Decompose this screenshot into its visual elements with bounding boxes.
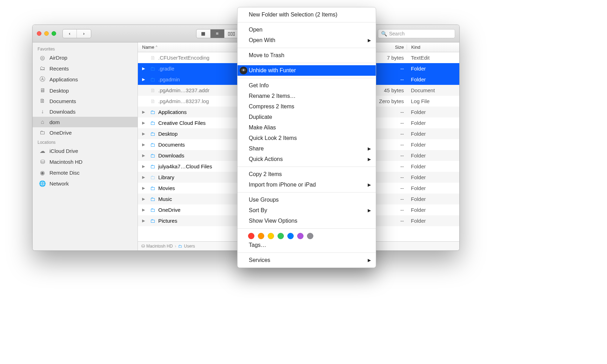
folder-icon: 🗀 <box>149 218 156 224</box>
sidebar-item-label: Documents <box>49 98 76 104</box>
folder-icon: 🗀 <box>149 76 156 82</box>
menu-item-tags[interactable]: Tags… <box>238 240 376 250</box>
sidebar-item-network[interactable]: 🌐Network <box>33 178 138 189</box>
view-icons-button[interactable]: ▦ <box>196 29 211 38</box>
menu-separator <box>238 63 376 63</box>
menu-item-compress-2-items[interactable]: Compress 2 Items <box>238 101 376 112</box>
folder-icon: 🗀 <box>149 120 156 126</box>
sidebar-item-applications[interactable]: ⒶApplications <box>33 74 138 85</box>
menu-item-open[interactable]: Open <box>238 25 376 35</box>
menu-item-new-folder-with-selection-2-items[interactable]: New Folder with Selection (2 Items) <box>238 9 376 20</box>
disclosure-triangle-icon[interactable]: ▶ <box>142 66 147 71</box>
file-name: Library <box>158 174 174 180</box>
menu-item-show-view-options[interactable]: Show View Options <box>238 216 376 226</box>
submenu-arrow-icon: ▶ <box>368 181 371 189</box>
disclosure-triangle-icon[interactable]: ▶ <box>142 142 147 147</box>
disclosure-triangle-icon[interactable]: ▶ <box>142 77 147 82</box>
sidebar-item-remote-disc[interactable]: ◉Remote Disc <box>33 167 138 178</box>
menu-item-label: New Folder with Selection (2 Items) <box>249 11 338 19</box>
menu-item-duplicate[interactable]: Duplicate <box>238 112 376 122</box>
file-name: Documents <box>158 142 185 148</box>
tag-color-dot[interactable] <box>268 233 274 239</box>
disclosure-triangle-icon[interactable]: ▶ <box>142 186 147 190</box>
menu-item-use-groups[interactable]: Use Groups <box>238 195 376 205</box>
menu-item-unhide-with-funter[interactable]: 👁Unhide with Funter <box>238 65 376 76</box>
sidebar-item-onedrive[interactable]: 🗀OneDrive <box>33 127 138 138</box>
tag-color-dot[interactable] <box>297 233 304 239</box>
file-name: Desktop <box>158 131 178 137</box>
tag-color-dot[interactable] <box>278 233 284 239</box>
sidebar-item-desktop[interactable]: 🖥Desktop <box>33 85 138 96</box>
disclosure-triangle-icon[interactable]: ▶ <box>142 110 147 114</box>
sidebar-locations-header: Locations <box>33 138 138 146</box>
column-kind-header[interactable]: Kind <box>407 45 459 50</box>
path-crumb-users[interactable]: 🗀 Users <box>178 244 195 249</box>
nav-forward-button[interactable]: › <box>77 29 91 38</box>
nav-back-button[interactable]: ‹ <box>63 29 77 38</box>
file-name: Music <box>158 196 172 202</box>
file-name: .pgadmin <box>158 76 180 82</box>
file-name: Downloads <box>158 153 184 159</box>
menu-item-copy-2-items[interactable]: Copy 2 Items <box>238 169 376 180</box>
view-columns-button[interactable]: ▯▯▯ <box>225 29 239 38</box>
view-list-button[interactable]: ≡ <box>211 29 225 38</box>
menu-item-sort-by[interactable]: Sort By▶ <box>238 205 376 216</box>
tag-color-dot[interactable] <box>258 233 264 239</box>
disclosure-triangle-icon[interactable]: ▶ <box>142 175 147 180</box>
sidebar-item-label: dom <box>49 119 60 125</box>
sidebar-item-dom[interactable]: ⌂dom <box>33 117 138 127</box>
tag-color-row <box>238 231 376 240</box>
sidebar-item-downloads[interactable]: ↓Downloads <box>33 106 138 117</box>
file-kind: Folder <box>407 142 459 148</box>
disclosure-triangle-icon[interactable]: ▶ <box>142 164 147 169</box>
menu-item-label: Quick Actions <box>249 155 283 163</box>
menu-item-move-to-trash[interactable]: Move to Trash <box>238 50 376 61</box>
onedrive-icon: 🗀 <box>39 129 46 136</box>
disclosure-triangle-icon[interactable]: ▶ <box>142 132 147 136</box>
icloud-drive-icon: ☁ <box>39 148 46 154</box>
menu-item-quick-actions[interactable]: Quick Actions▶ <box>238 154 376 164</box>
sidebar-item-recents[interactable]: 🗂Recents <box>33 63 138 74</box>
sidebar-item-airdrop[interactable]: ◎AirDrop <box>33 52 138 63</box>
tag-color-dot[interactable] <box>248 233 254 239</box>
menu-item-quick-look-2-items[interactable]: Quick Look 2 Items <box>238 133 376 143</box>
folder-icon: 🗀 <box>149 153 156 159</box>
minimize-window-button[interactable] <box>44 31 49 36</box>
sidebar-item-label: iCloud Drive <box>49 148 78 154</box>
submenu-arrow-icon: ▶ <box>368 207 371 214</box>
search-field[interactable]: 🔍 Search <box>378 29 455 38</box>
menu-item-open-with[interactable]: Open With▶ <box>238 35 376 46</box>
desktop-icon: 🖥 <box>39 87 46 94</box>
sidebar-item-icloud-drive[interactable]: ☁iCloud Drive <box>33 146 138 156</box>
file-kind: Folder <box>407 163 459 169</box>
downloads-icon: ↓ <box>39 108 46 115</box>
folder-icon: 🗀 <box>149 131 156 137</box>
menu-item-get-info[interactable]: Get Info <box>238 80 376 91</box>
file-name: Creative Cloud Files <box>158 120 206 126</box>
maximize-window-button[interactable] <box>52 31 56 36</box>
macintosh-hd-icon: ⛁ <box>39 159 46 165</box>
file-kind: Folder <box>407 153 459 159</box>
path-crumb-disk[interactable]: ⛁ Macintosh HD <box>141 244 173 249</box>
tag-color-dot[interactable] <box>307 233 313 239</box>
menu-item-import-from-iphone-or-ipad[interactable]: Import from iPhone or iPad▶ <box>238 180 376 190</box>
file-kind: TextEdit <box>407 55 459 61</box>
menu-item-label: Duplicate <box>249 113 272 121</box>
sidebar-item-documents[interactable]: 🗎Documents <box>33 96 138 106</box>
sort-indicator-icon: ^ <box>156 45 158 49</box>
folder-icon: 🗀 <box>149 174 156 180</box>
menu-item-services[interactable]: Services▶ <box>238 255 376 265</box>
disclosure-triangle-icon[interactable]: ▶ <box>142 121 147 125</box>
menu-item-share[interactable]: Share▶ <box>238 143 376 154</box>
disclosure-triangle-icon[interactable]: ▶ <box>142 218 147 223</box>
disclosure-triangle-icon[interactable]: ▶ <box>142 197 147 201</box>
sidebar-item-macintosh-hd[interactable]: ⛁Macintosh HD <box>33 156 138 167</box>
menu-item-rename-2-items[interactable]: Rename 2 Items… <box>238 91 376 101</box>
disclosure-triangle-icon[interactable]: ▶ <box>142 153 147 158</box>
disclosure-triangle-icon[interactable]: ▶ <box>142 208 147 212</box>
file-name: .pgAdmin…3237.addr <box>158 87 209 93</box>
close-window-button[interactable] <box>37 31 41 36</box>
tag-color-dot[interactable] <box>287 233 294 239</box>
file-kind: Folder <box>407 66 459 72</box>
menu-item-make-alias[interactable]: Make Alias <box>238 122 376 133</box>
